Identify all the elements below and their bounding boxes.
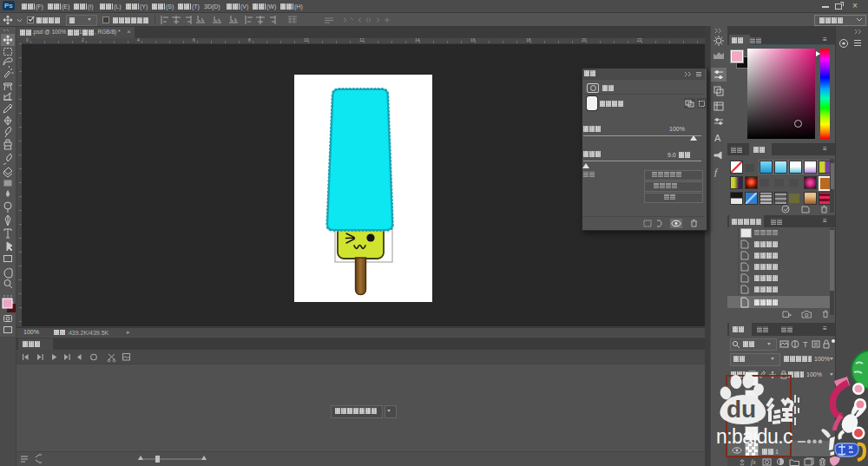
svg-text:A: A [714,133,721,143]
svg-text:du: du [727,396,756,423]
svg-text:f: f [714,167,719,177]
svg-text:T: T [803,340,808,349]
svg-text:n:baidu.c: n:baidu.c [716,425,792,448]
